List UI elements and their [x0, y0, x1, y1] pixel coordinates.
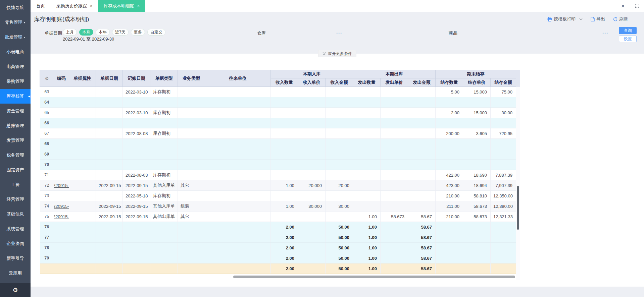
date-pill[interactable]: 更多	[131, 29, 145, 36]
doc-code-link[interactable]: 220915-0	[54, 204, 69, 209]
sidebar-item[interactable]: 采购管理	[0, 74, 31, 89]
sidebar-item[interactable]: 发票管理	[0, 133, 31, 148]
expand-more-filters-button[interactable]: 展开更多条件	[318, 50, 356, 57]
date-pill[interactable]: 近7天	[112, 29, 129, 36]
table-row[interactable]: 632022-03-10库存期初5.0015.00075.00	[40, 87, 516, 97]
vertical-scrollbar[interactable]	[516, 70, 520, 280]
settings-button[interactable]: 设置	[619, 36, 637, 42]
table-row[interactable]: 2.0050.001.0058.67	[40, 263, 516, 274]
table-row[interactable]: 72220915-02022-09-152022-09-15其他入库单其它1.0…	[40, 180, 516, 191]
cell-doc_date	[96, 253, 123, 263]
table-row[interactable]: 732022-05-18库存期初210.0058.81012,350.00	[40, 191, 516, 201]
column-settings-icon[interactable]: ⚙	[40, 70, 54, 87]
cell-out_price	[381, 232, 408, 243]
date-range-value[interactable]: 2022-09-01 至 2022-09-30	[63, 36, 114, 42]
tab-active[interactable]: 库存成本明细账×	[98, 0, 145, 12]
table-row[interactable]: 792.0050.001.0058.67	[40, 253, 516, 263]
cell-biz_type	[178, 139, 205, 149]
col-header-partner[interactable]: 往来单位	[205, 70, 271, 87]
horizontal-scrollbar-thumb[interactable]	[233, 276, 515, 278]
date-pill[interactable]: 本年	[96, 29, 110, 36]
cell-out_price	[381, 170, 408, 180]
table-row[interactable]: 75220915-02022-09-152022-09-15其他出库单其它1.0…	[40, 212, 516, 222]
col-header-biz-type[interactable]: 业务类型	[178, 70, 205, 87]
col-header-book-date[interactable]: 记账日期	[123, 70, 150, 87]
col-header-bal-qty[interactable]: 结存数量	[436, 78, 463, 87]
print-by-template-button[interactable]: 按模板打印	[547, 16, 583, 22]
table-row[interactable]: 74220915-02022-09-152022-09-15其他入库单组装1.0…	[40, 201, 516, 212]
table-row[interactable]: 70	[40, 160, 516, 170]
sidebar-item[interactable]: 云应用	[0, 266, 31, 281]
date-pill[interactable]: 本月	[79, 29, 93, 36]
sidebar-item[interactable]: 库存核算◀	[0, 89, 31, 104]
cell-out_price	[381, 149, 408, 160]
warehouse-picker-icon[interactable]: ···	[336, 31, 342, 36]
table-row[interactable]: 672022-08-08库存期初200.003.605720.95	[40, 128, 516, 139]
row-number: 67	[40, 128, 54, 139]
sidebar-item[interactable]: 固定资产	[0, 163, 31, 177]
col-header-doc-type[interactable]: 单据类型	[150, 70, 178, 87]
cell-in_price	[298, 253, 326, 263]
col-header-bal-amt[interactable]: 结存金额	[491, 78, 516, 87]
cell-in_amt: 20.00	[326, 180, 353, 191]
table-row[interactable]: 64	[40, 97, 516, 108]
tab-item[interactable]: 采购历史价跟踪×	[51, 0, 98, 12]
sidebar-item[interactable]: 零售管理▼	[0, 15, 31, 30]
tab-close-icon[interactable]: ×	[137, 4, 140, 8]
table-row[interactable]: 66	[40, 118, 516, 128]
cell-in_qty	[271, 160, 298, 170]
sidebar-item[interactable]: 工资	[0, 177, 31, 192]
vertical-scrollbar-thumb[interactable]	[517, 186, 519, 230]
table-row[interactable]: 782.0050.001.0058.67	[40, 243, 516, 253]
warehouse-input[interactable]: ···	[267, 28, 343, 36]
table-row[interactable]: 652022-03-10库存期初2.0015.00030.00	[40, 108, 516, 118]
sidebar-item[interactable]: 小畅电商	[0, 45, 31, 59]
sidebar-item[interactable]: 基础信息	[0, 207, 31, 222]
date-pill[interactable]: 自定义	[147, 29, 165, 36]
sidebar-item[interactable]: 税务管理	[0, 148, 31, 163]
close-icon[interactable]: ✕	[616, 0, 630, 12]
query-button[interactable]: 查询	[619, 27, 637, 34]
sidebar-item[interactable]: 总账管理	[0, 118, 31, 133]
col-header-in-amt[interactable]: 收入金额	[326, 78, 353, 87]
table-row[interactable]: 69	[40, 149, 516, 160]
horizontal-scrollbar[interactable]	[40, 276, 516, 278]
cell-code	[54, 118, 69, 128]
table-row[interactable]: 772.0050.001.0058.67	[40, 232, 516, 243]
col-header-out-amt[interactable]: 发出金额	[408, 78, 436, 87]
tab-item[interactable]: 首页	[31, 0, 51, 12]
sidebar-item[interactable]: 新手引导	[0, 251, 31, 266]
refresh-button[interactable]: 刷新	[613, 16, 628, 22]
col-header-bal-price[interactable]: 结存单价	[463, 78, 491, 87]
export-button[interactable]: 导出	[591, 16, 605, 22]
col-header-out-price[interactable]: 发出单价	[381, 78, 408, 87]
chevron-down-icon[interactable]	[579, 18, 583, 20]
fullscreen-icon[interactable]	[630, 0, 644, 12]
col-header-doc-date[interactable]: 单据日期	[96, 70, 123, 87]
sidebar-item[interactable]: 经营管理	[0, 192, 31, 207]
sidebar-item[interactable]: 系统管理	[0, 222, 31, 236]
col-header-out-qty[interactable]: 发出数量	[353, 78, 381, 87]
sidebar-item[interactable]: 快捷导航	[0, 0, 31, 15]
col-header-in-price[interactable]: 收入单价	[298, 78, 326, 87]
cell-in_qty: 1.00	[271, 180, 298, 191]
doc-code-link[interactable]: 220915-0	[54, 214, 69, 219]
product-input[interactable]: ···	[459, 28, 609, 36]
sidebar-item[interactable]: 批发管理▼	[0, 30, 31, 45]
product-picker-icon[interactable]: ···	[602, 31, 608, 36]
sidebar-item[interactable]: 企业协同	[0, 236, 31, 251]
tab-close-icon[interactable]: ×	[90, 4, 92, 8]
sidebar-item[interactable]: 资金管理	[0, 104, 31, 118]
col-header-code[interactable]: 编码	[54, 70, 69, 87]
table-row[interactable]: 762.0050.001.0058.67	[40, 222, 516, 232]
tab-list: 首页采购历史价跟踪×库存成本明细账×	[31, 0, 145, 12]
col-header-doc-attr[interactable]: 单据属性	[69, 70, 96, 87]
col-header-in-qty[interactable]: 收入数量	[271, 78, 298, 87]
date-pill[interactable]: 上月	[63, 29, 77, 36]
table-row[interactable]: 712022-08-03库存期初422.0018.6907,887.39	[40, 170, 516, 180]
sidebar-item[interactable]: 电商管理	[0, 59, 31, 74]
doc-code-link[interactable]: 220915-0	[54, 183, 69, 188]
sidebar-settings-button[interactable]: ⚙	[0, 283, 31, 297]
table-row[interactable]: 68	[40, 139, 516, 149]
cell-book_date	[123, 263, 150, 274]
